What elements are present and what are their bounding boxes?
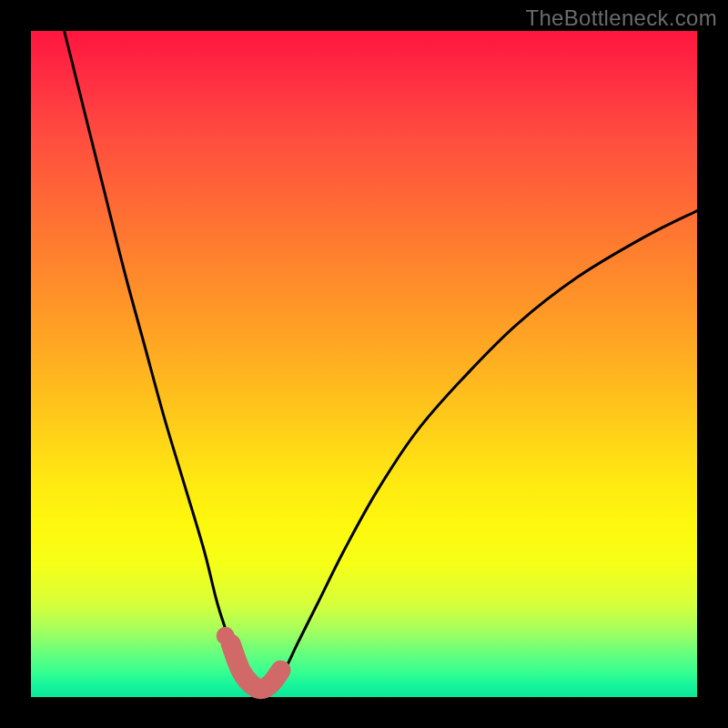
chart-svg <box>31 31 697 697</box>
optimal-zone-dot <box>217 627 235 645</box>
bottleneck-curve <box>65 31 697 689</box>
watermark-text: TheBottleneck.com <box>525 5 717 31</box>
optimal-zone-highlight <box>231 643 281 689</box>
chart-frame: TheBottleneck.com <box>0 0 728 728</box>
plot-area <box>31 31 697 697</box>
